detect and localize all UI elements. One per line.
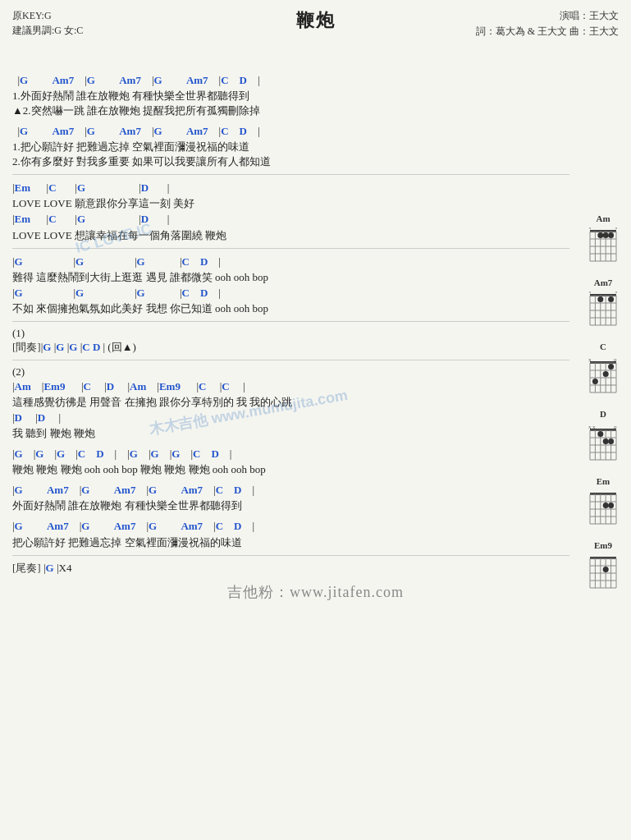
interlude1-content: [間奏]|G |G |G |C D | (回▲) <box>12 340 569 355</box>
section2: (2) |Am |Em9 |C |D |Am |Em9 |C |C | 這種感覺… <box>12 365 569 441</box>
suggestion-key: 建議男調:G 女:C <box>12 23 83 38</box>
repeat1-chords: |G Am7 |G Am7 |G Am7 |C D | <box>12 482 569 498</box>
section2-lyric2: 我 聽到 鞭炮 鞭炮 <box>12 426 569 441</box>
repeat2-chords: |G Am7 |G Am7 |G Am7 |C D | <box>12 518 569 535</box>
cd-label-am: Am <box>596 213 610 223</box>
section-chorus1: |Em |C |G |D | LOVE LOVE 願意跟你分享這一刻 美好 |E… <box>12 180 569 242</box>
svg-point-94 <box>603 567 609 572</box>
svg-text:o: o <box>589 290 592 294</box>
interlude1-label: (1) <box>12 327 569 340</box>
chorus1-chords1: |Em |C |G |D | <box>12 180 569 196</box>
cd-label-em: Em <box>597 476 610 486</box>
cd-svg-d: x x o <box>587 420 620 461</box>
verse1-lyric2: ▲2.突然嚇一跳 誰在放鞭炮 提醒我把所有孤獨刪除掉 <box>12 103 569 118</box>
svg-point-81 <box>608 503 614 508</box>
section2-lyric1: 這種感覺彷彿是 用聲音 在擁抱 跟你分享特別的 我 我的心跳 <box>12 395 569 410</box>
svg-point-49 <box>592 379 598 384</box>
section-bridge: |G |G |G |C D | 難得 這麼熱鬧到大街上逛逛 遇見 誰都微笑 oo… <box>12 254 569 316</box>
chord-diagram-am: Am o o <box>582 213 624 263</box>
cd-svg-em <box>587 488 620 526</box>
divider2 <box>12 248 569 249</box>
cd-label-am7: Am7 <box>594 278 613 287</box>
divider1 <box>12 174 569 175</box>
outro-chords1: |G |G |G |C D | |G |G |G |C D | <box>12 446 569 462</box>
bridge-lyric1: 難得 這麼熱鬧到大街上逛逛 遇見 誰都微笑 ooh ooh bop <box>12 270 569 285</box>
section-outro: |G |G |G |C D | |G |G |G |C D | 鞭炮 鞭炮 鞭炮… <box>12 446 569 477</box>
svg-point-65 <box>597 431 603 437</box>
svg-point-48 <box>603 371 609 377</box>
section-ending: [尾奏] |G |X4 <box>12 561 569 576</box>
meta-left: 原KEY:G 建議男調:G 女:C <box>12 8 83 38</box>
divider3 <box>12 321 569 322</box>
bridge-lyric2: 不如 來個擁抱氣氛如此美好 我想 你已知道 ooh ooh bop <box>12 301 569 316</box>
chorus1-chords2: |Em |C |G |D | <box>12 211 569 227</box>
cd-label-c: C <box>600 342 606 351</box>
svg-point-47 <box>608 364 614 370</box>
bridge-chords2: |G |G |G |C D | <box>12 285 569 301</box>
cd-svg-am: o o <box>587 225 620 263</box>
repeat1-lyric: 外面好熱鬧 誰在放鞭炮 有種快樂全世界都聽得到 <box>12 498 569 513</box>
original-key: 原KEY:G <box>12 8 83 23</box>
section2-chords2: |D |D | <box>12 410 569 426</box>
svg-point-32 <box>608 296 614 302</box>
svg-text:o: o <box>615 290 618 294</box>
svg-text:o: o <box>615 226 618 230</box>
chord-diagram-em9: Em9 <box>582 540 624 590</box>
section-verse2: |G Am7 |G Am7 |G Am7 |C D | 1.把心願許好 把難過忘… <box>12 123 569 169</box>
verse1-chords: |G Am7 |G Am7 |G Am7 |C D | <box>12 72 569 89</box>
chord-diagram-am7: Am7 o o <box>582 278 624 327</box>
repeat2-lyric: 把心願許好 把難過忘掉 空氣裡面瀰漫祝福的味道 <box>12 535 569 550</box>
section2-chords1: |Am |Em9 |C |D |Am |Em9 |C |C | <box>12 379 569 395</box>
svg-point-31 <box>597 296 603 302</box>
verse1-lyric1: 1.外面好熱鬧 誰在放鞭炮 有種快樂全世界都聽得到 <box>12 89 569 103</box>
meta-right: 演唱：王大文 詞：葛大為 & 王大文 曲：王大文 <box>476 8 619 39</box>
section-repeat1: |G Am7 |G Am7 |G Am7 |C D | 外面好熱鬧 誰在放鞭炮 … <box>12 482 569 513</box>
svg-point-67 <box>603 438 609 444</box>
svg-point-80 <box>603 503 609 508</box>
chorus1-lyric2: LOVE LOVE 想讓幸福在每一個角落圍繞 鞭炮 <box>12 228 569 243</box>
divider4 <box>12 360 569 360</box>
ending-content: [尾奏] |G |X4 <box>12 561 569 576</box>
verse2-lyric2: 2.你有多麼好 對我多重要 如果可以我要讓所有人都知道 <box>12 154 569 169</box>
chorus1-lyric1: LOVE LOVE 願意跟你分享這一刻 美好 <box>12 196 569 211</box>
cd-svg-c: x o <box>587 353 620 394</box>
chord-diagram-d: D x x o <box>582 409 624 461</box>
svg-point-14 <box>597 232 603 238</box>
divider5 <box>12 555 569 556</box>
page: 原KEY:G 建議男調:G 女:C 鞭炮 演唱：王大文 詞：葛大為 & 王大文 … <box>0 0 631 840</box>
cd-label-d: D <box>600 409 606 419</box>
singer-label: 演唱：王大文 <box>476 8 619 24</box>
svg-point-15 <box>603 232 609 238</box>
section-verse1: |G Am7 |G Am7 |G Am7 |C D | 1.外面好熱鬧 誰在放鞭… <box>12 72 569 118</box>
footer-watermark: 吉他粉：www.jitafen.com <box>12 582 619 602</box>
verse2-lyric1: 1.把心願許好 把難過忘掉 空氣裡面瀰漫祝福的味道 <box>12 140 569 154</box>
bridge-chords1: |G |G |G |C D | <box>12 254 569 270</box>
svg-point-66 <box>608 438 614 444</box>
cd-label-em9: Em9 <box>594 540 612 550</box>
chord-diagram-em: Em <box>582 476 624 526</box>
section-interlude1: (1) [間奏]|G |G |G |C D | (回▲) <box>12 327 569 355</box>
lyricist-label: 詞：葛大為 & 王大文 曲：王大文 <box>476 24 619 39</box>
section2-label: (2) <box>12 365 569 379</box>
verse2-chords: |G Am7 |G Am7 |G Am7 |C D | <box>12 123 569 140</box>
cd-svg-em9 <box>587 552 620 590</box>
chord-diagram-c: C x o <box>582 342 624 394</box>
svg-point-16 <box>608 232 614 238</box>
section-repeat2: |G Am7 |G Am7 |G Am7 |C D | 把心願許好 把難過忘掉 … <box>12 518 569 549</box>
outro-lyric1: 鞭炮 鞭炮 鞭炮 ooh ooh bop 鞭炮 鞭炮 鞭炮 ooh ooh bo… <box>12 462 569 477</box>
cd-svg-am7: o o <box>587 289 620 327</box>
chord-diagram-area: Am o o <box>582 213 624 590</box>
svg-text:o: o <box>589 226 592 230</box>
content-main: |G Am7 |G Am7 |G Am7 |C D | 1.外面好熱鬧 誰在放鞭… <box>12 72 619 576</box>
